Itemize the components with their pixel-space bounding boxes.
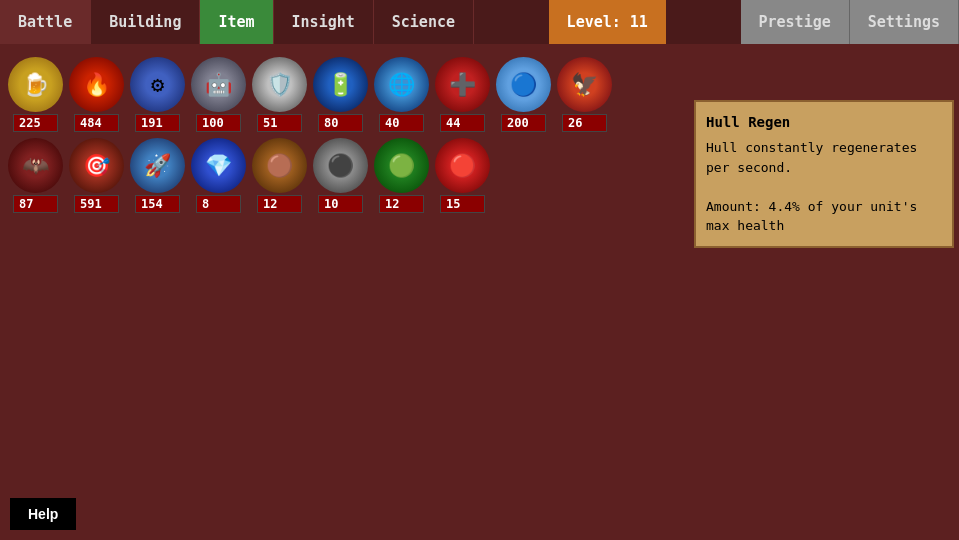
item-cell-8[interactable]: 🔵200	[496, 57, 551, 132]
settings-button[interactable]: Settings	[850, 0, 959, 44]
item-cell-3[interactable]: 🤖100	[191, 57, 246, 132]
item-icon-15: ⚫	[313, 138, 368, 193]
item-count-14: 12	[257, 195, 302, 213]
help-button[interactable]: Help	[10, 498, 76, 530]
item-cell-16[interactable]: 🟢12	[374, 138, 429, 213]
item-cell-15[interactable]: ⚫10	[313, 138, 368, 213]
item-cell-2[interactable]: ⚙️191	[130, 57, 185, 132]
item-count-6: 40	[379, 114, 424, 132]
item-count-10: 87	[13, 195, 58, 213]
tab-building[interactable]: Building	[91, 0, 200, 44]
item-cell-4[interactable]: 🛡️51	[252, 57, 307, 132]
item-count-13: 8	[196, 195, 241, 213]
item-count-8: 200	[501, 114, 546, 132]
tooltip-line2: Amount: 4.4% of your unit's max health	[706, 197, 942, 236]
tab-science[interactable]: Science	[374, 0, 474, 44]
prestige-button[interactable]: Prestige	[741, 0, 850, 44]
item-icon-9: 🦅	[557, 57, 612, 112]
item-icon-14: 🟤	[252, 138, 307, 193]
item-count-7: 44	[440, 114, 485, 132]
tooltip-line1: Hull constantly regenerates per second.	[706, 138, 942, 177]
item-cell-5[interactable]: 🔋80	[313, 57, 368, 132]
item-cell-0[interactable]: 🍺225	[8, 57, 63, 132]
tooltip-panel: Hull Regen Hull constantly regenerates p…	[694, 100, 954, 248]
item-cell-7[interactable]: ➕44	[435, 57, 490, 132]
item-count-9: 26	[562, 114, 607, 132]
item-icon-6: 🌐	[374, 57, 429, 112]
item-icon-2: ⚙️	[130, 57, 185, 112]
item-count-16: 12	[379, 195, 424, 213]
item-icon-1: 🔥	[69, 57, 124, 112]
item-count-15: 10	[318, 195, 363, 213]
item-cell-11[interactable]: 🎯591	[69, 138, 124, 213]
tooltip-title: Hull Regen	[706, 112, 942, 133]
item-count-1: 484	[74, 114, 119, 132]
item-cell-12[interactable]: 🚀154	[130, 138, 185, 213]
item-cell-10[interactable]: 🦇87	[8, 138, 63, 213]
item-icon-5: 🔋	[313, 57, 368, 112]
item-icon-10: 🦇	[8, 138, 63, 193]
item-count-0: 225	[13, 114, 58, 132]
item-cell-14[interactable]: 🟤12	[252, 138, 307, 213]
item-count-5: 80	[318, 114, 363, 132]
item-count-11: 591	[74, 195, 119, 213]
item-icon-8: 🔵	[496, 57, 551, 112]
item-icon-16: 🟢	[374, 138, 429, 193]
item-cell-1[interactable]: 🔥484	[69, 57, 124, 132]
item-grid: 🍺225🔥484⚙️191🤖100🛡️51🔋80🌐40➕44🔵200🦅26🦇87…	[0, 44, 660, 226]
item-icon-13: 💎	[191, 138, 246, 193]
item-icon-3: 🤖	[191, 57, 246, 112]
item-icon-7: ➕	[435, 57, 490, 112]
level-display: Level: 11	[549, 0, 666, 44]
top-navigation: Battle Building Item Insight Science Lev…	[0, 0, 959, 44]
item-icon-11: 🎯	[69, 138, 124, 193]
tab-item[interactable]: Item	[200, 0, 273, 44]
tab-battle[interactable]: Battle	[0, 0, 91, 44]
item-icon-0: 🍺	[8, 57, 63, 112]
item-count-2: 191	[135, 114, 180, 132]
item-count-12: 154	[135, 195, 180, 213]
item-count-17: 15	[440, 195, 485, 213]
tab-insight[interactable]: Insight	[274, 0, 374, 44]
item-icon-12: 🚀	[130, 138, 185, 193]
item-cell-6[interactable]: 🌐40	[374, 57, 429, 132]
item-count-3: 100	[196, 114, 241, 132]
item-cell-17[interactable]: 🔴15	[435, 138, 490, 213]
item-count-4: 51	[257, 114, 302, 132]
item-icon-17: 🔴	[435, 138, 490, 193]
item-cell-13[interactable]: 💎8	[191, 138, 246, 213]
item-icon-4: 🛡️	[252, 57, 307, 112]
item-cell-9[interactable]: 🦅26	[557, 57, 612, 132]
